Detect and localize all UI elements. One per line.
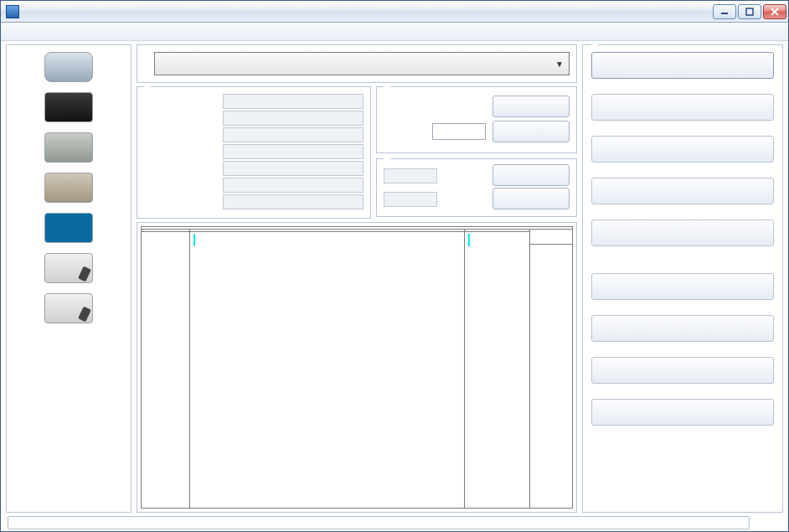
maximize-button[interactable] — [738, 4, 761, 19]
close-button[interactable] — [763, 4, 786, 19]
cas-code-dme-value — [384, 168, 437, 183]
write-eeprom-button[interactable] — [591, 136, 774, 163]
sidebar — [6, 44, 132, 513]
car-type-select[interactable]: ▼ — [154, 52, 570, 75]
km-repair-group — [376, 86, 577, 153]
read-code-button[interactable] — [492, 164, 570, 186]
connect-button[interactable] — [591, 52, 774, 79]
app-icon — [6, 5, 19, 18]
cas-id-value — [223, 94, 364, 109]
km-input[interactable] — [432, 123, 486, 140]
sidebar-item-fem-bdc-key-learn[interactable] — [8, 129, 129, 169]
prod-date-value — [223, 144, 364, 159]
car-type-row: ▼ — [137, 44, 577, 83]
sidebar-item-exx-program[interactable] — [8, 250, 129, 290]
menu-key-learn[interactable] — [21, 30, 38, 34]
hex-ascii-0[interactable] — [468, 234, 470, 246]
ecu-icon — [44, 173, 93, 203]
sidebar-item-cas-information[interactable] — [8, 49, 129, 89]
menu-special-function[interactable] — [38, 30, 54, 34]
menu-options[interactable] — [4, 30, 21, 34]
maximize-icon — [745, 8, 754, 16]
document-pencil-icon — [44, 293, 93, 323]
minimize-button[interactable] — [713, 4, 736, 19]
sync-codes-group — [376, 158, 577, 217]
read-km-button[interactable] — [492, 96, 570, 117]
close-icon — [771, 8, 779, 16]
clear-dtc-button[interactable] — [591, 357, 774, 384]
title-bar — [1, 1, 788, 23]
menu-bar — [1, 23, 788, 41]
sidebar-item-cas-key-learn[interactable] — [8, 89, 129, 129]
write-km-button[interactable] — [492, 121, 570, 142]
cas-type-value — [223, 127, 364, 142]
load-from-file-button[interactable] — [591, 220, 774, 246]
function-panel — [582, 44, 783, 513]
chevron-down-icon: ▼ — [555, 59, 564, 69]
synch-dme-cas-button[interactable] — [591, 273, 774, 300]
progress-bar — [8, 516, 750, 529]
diag-value — [223, 194, 364, 209]
msv-value — [223, 161, 364, 176]
clear-shadow-button[interactable] — [591, 399, 774, 426]
status-bar — [1, 514, 788, 531]
svg-rect-1 — [746, 8, 753, 15]
cas-code-egs-value — [384, 192, 437, 207]
menu-update-online[interactable] — [54, 30, 71, 34]
hex-header-blank — [530, 230, 572, 245]
sidebar-item-fxx-gxx-program[interactable] — [8, 290, 129, 330]
hex-viewer — [137, 222, 577, 513]
synch-cas-elv-button[interactable] — [591, 315, 774, 342]
gearbox-icon — [44, 213, 93, 243]
hex-byte-0[interactable] — [193, 234, 195, 246]
save-to-file-button[interactable] — [591, 178, 774, 204]
write-code-button[interactable] — [492, 188, 570, 209]
sidebar-item-exchange-ecu-cas[interactable] — [8, 169, 129, 209]
hw-value — [223, 178, 364, 193]
document-pencil-icon — [44, 253, 93, 283]
vin-value — [223, 111, 364, 126]
minimize-icon — [720, 8, 729, 16]
sidebar-item-8hp-gearbox[interactable] — [8, 209, 129, 250]
pcb-icon — [44, 132, 93, 163]
cas-identification-group — [137, 86, 371, 219]
car-icon — [44, 52, 93, 82]
read-eeprom-button[interactable] — [591, 94, 774, 121]
module-icon — [44, 92, 93, 122]
